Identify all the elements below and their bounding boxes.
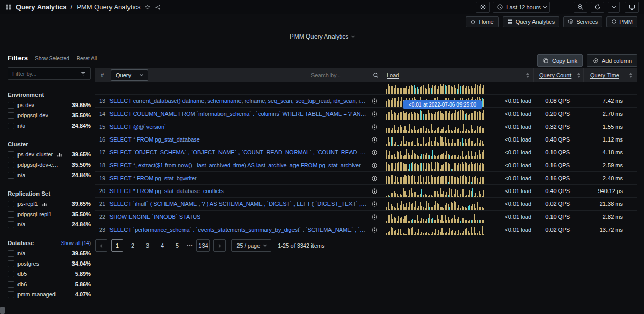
kiosk-mode-button[interactable] [625, 2, 639, 13]
load-sparkline[interactable] [386, 224, 486, 235]
copy-link-button[interactable]: Copy Link [537, 54, 583, 67]
show-all-link[interactable]: Show all (14) [61, 240, 91, 246]
query-link[interactable]: SELECT @@`version` [109, 124, 167, 130]
filter-item[interactable]: ps-repl1 39.65% [8, 200, 91, 207]
info-icon[interactable] [371, 214, 378, 220]
page-button-5[interactable]: 5 [172, 239, 183, 252]
info-icon[interactable] [371, 175, 378, 182]
next-page-button[interactable] [213, 239, 226, 252]
dashboard-settings-button[interactable] [476, 2, 490, 13]
checkbox[interactable] [8, 102, 14, 109]
load-sparkline[interactable] [386, 186, 486, 197]
scrollbar-thumb[interactable] [0, 307, 5, 314]
info-icon[interactable] [371, 162, 378, 169]
checkbox[interactable] [8, 211, 14, 218]
load-sparkline[interactable] [386, 160, 486, 171]
checkbox[interactable] [8, 221, 14, 228]
filter-item[interactable]: n/a 24.84% [8, 221, 91, 228]
query-link[interactable]: SHOW ENGINE `INNODB` STATUS [109, 214, 200, 220]
favorite-star-icon[interactable] [144, 4, 151, 10]
breadcrumb-page[interactable]: PMM Query Analytics [77, 3, 140, 11]
checkbox[interactable] [8, 271, 14, 277]
add-column-button[interactable]: Add column [587, 54, 637, 67]
filter-search-input[interactable] [12, 71, 77, 77]
info-icon[interactable] [371, 149, 378, 156]
info-icon[interactable] [371, 226, 378, 233]
load-sparkline[interactable] [386, 173, 486, 184]
query-link[interactable]: SELECT * FROM pg_stat_database_conflicts [109, 188, 224, 194]
info-icon[interactable] [371, 201, 378, 207]
filter-item[interactable]: pdpgsql-dev-c... 35.50% [8, 161, 91, 168]
filter-item[interactable]: pdpgsql-dev 35.50% [8, 112, 91, 119]
filter-item[interactable]: postgres 34.04% [8, 260, 91, 267]
sort-icon-query-count[interactable] [577, 73, 580, 78]
last-page-button[interactable]: 134 [196, 239, 210, 252]
filter-item[interactable]: ps-dev 39.65% [8, 101, 91, 109]
refresh-interval-dropdown[interactable] [608, 2, 620, 13]
checkbox[interactable] [8, 151, 14, 158]
query-link[interactable]: SELECT * FROM pg_stat_database [109, 136, 200, 143]
nav-button-home[interactable]: Home [466, 16, 498, 27]
breadcrumb-section[interactable]: Query Analytics [16, 3, 67, 11]
zoom-out-button[interactable] [574, 2, 587, 13]
reset-all-link[interactable]: Reset All [77, 56, 97, 61]
nav-button-pmm[interactable]: PMM [606, 16, 637, 27]
chevron-down-icon[interactable] [351, 34, 355, 38]
load-sparkline[interactable] [386, 212, 486, 223]
load-sparkline[interactable] [386, 134, 486, 146]
filter-item[interactable]: n/a 24.84% [8, 171, 91, 179]
checkbox[interactable] [8, 260, 14, 267]
load-sparkline[interactable] [386, 109, 486, 120]
query-link[interactable]: SELECT COLUMN_NAME FROM `information_sch… [109, 111, 368, 117]
checkbox[interactable] [8, 112, 14, 119]
info-icon[interactable] [371, 124, 378, 130]
dashboard-title[interactable]: PMM Query Analytics [290, 33, 349, 40]
query-link[interactable]: SELECT `performance_schema` . `events_st… [109, 226, 368, 233]
checkbox[interactable] [8, 281, 14, 288]
column-query-count[interactable]: Query Count [539, 72, 571, 78]
query-link[interactable]: SELECT `OBJECT_SCHEMA` , `OBJECT_NAME` ,… [109, 149, 368, 155]
info-icon[interactable] [371, 111, 378, 117]
page-button-4[interactable]: 4 [157, 239, 168, 252]
filter-item[interactable]: n/a 24.84% [8, 122, 91, 129]
checkbox[interactable] [8, 172, 14, 179]
filter-item[interactable]: pdpgsql-repl1 35.50% [8, 211, 91, 218]
share-icon[interactable] [155, 4, 161, 10]
query-link[interactable]: SELECT `ifnull` ( SCHEMA_NAME , ? ) AS S… [109, 201, 368, 207]
filter-item[interactable]: db5 5.89% [8, 270, 91, 277]
prev-page-button[interactable] [95, 239, 107, 252]
mini-chart-icon[interactable] [41, 201, 48, 207]
sort-icon-load[interactable] [526, 73, 529, 78]
time-range-picker[interactable]: Last 12 hours [493, 2, 550, 13]
checkbox[interactable] [8, 250, 14, 257]
search-input[interactable] [311, 72, 369, 78]
nav-button-services[interactable]: Services [563, 16, 602, 27]
load-sparkline[interactable] [386, 199, 486, 210]
query-link[interactable]: SELECT *, extract($1 from now() - last_a… [109, 162, 361, 168]
mini-chart-icon[interactable] [56, 151, 63, 158]
page-button-3[interactable]: 3 [142, 239, 153, 252]
checkbox[interactable] [8, 201, 14, 207]
checkbox[interactable] [8, 291, 14, 298]
page-button-2[interactable]: 2 [127, 239, 138, 252]
load-sparkline[interactable] [386, 121, 486, 133]
query-link[interactable]: SELECT current_database() datname, schem… [109, 98, 368, 104]
load-sparkline[interactable] [386, 83, 486, 94]
apps-grid-icon[interactable] [5, 4, 12, 10]
show-selected-link[interactable]: Show Selected [35, 56, 69, 61]
column-load[interactable]: Load [387, 72, 399, 78]
checkbox[interactable] [8, 123, 14, 129]
page-button-1[interactable]: 1 [111, 239, 123, 252]
info-icon[interactable] [371, 136, 378, 143]
column-query-time[interactable]: Query Time [590, 72, 619, 78]
info-icon[interactable] [371, 188, 378, 195]
filter-item[interactable]: n/a 39.65% [8, 250, 91, 257]
info-icon[interactable] [371, 98, 378, 104]
query-column-select[interactable]: Query [111, 69, 148, 81]
filter-item[interactable]: pmm-managed 4.07% [8, 291, 91, 298]
nav-button-query-analytics[interactable]: Query Analytics [503, 16, 559, 27]
load-sparkline[interactable] [386, 147, 486, 159]
search-icon[interactable] [373, 72, 379, 78]
query-link[interactable]: SELECT * FROM pg_stat_bgwriter [109, 175, 197, 181]
checkbox[interactable] [8, 162, 14, 168]
